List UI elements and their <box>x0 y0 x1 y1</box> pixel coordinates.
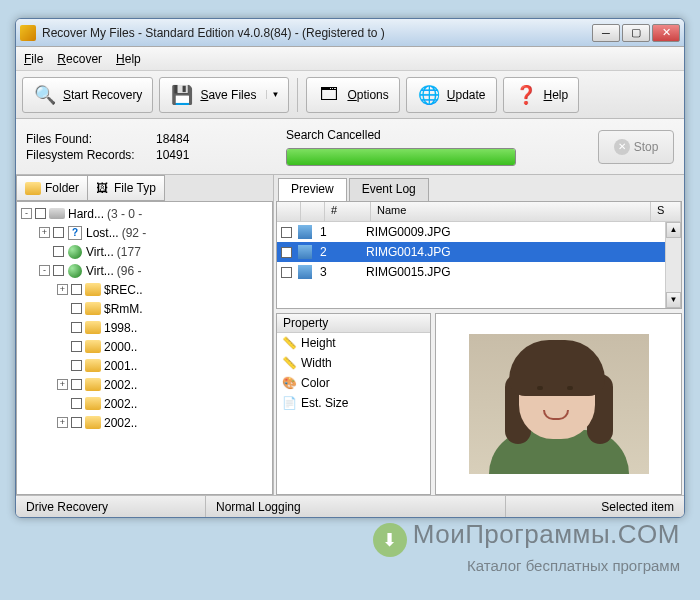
col-name[interactable]: Name <box>371 202 651 221</box>
menubar: File Recover Help <box>16 47 684 71</box>
tree-checkbox[interactable] <box>53 246 64 257</box>
col-s[interactable]: S <box>651 202 681 221</box>
tree-checkbox[interactable] <box>71 379 82 390</box>
expand-icon[interactable] <box>57 322 68 333</box>
tree-label: $REC.. <box>104 283 143 297</box>
save-files-button[interactable]: 💾 Save Files ▼ <box>159 77 289 113</box>
file-name: RIMG0014.JPG <box>360 245 651 259</box>
property-header[interactable]: Property <box>277 314 430 333</box>
property-row[interactable]: 📏Height <box>277 333 430 353</box>
tree-row[interactable]: + ? Lost... (92 - <box>17 223 272 242</box>
tree-row[interactable]: 1998.. <box>17 318 272 337</box>
expand-icon[interactable] <box>57 360 68 371</box>
tab-folder[interactable]: Folder <box>16 175 88 201</box>
expand-icon[interactable]: + <box>57 284 68 295</box>
expand-icon[interactable]: + <box>39 227 50 238</box>
left-pane: Folder 🖼 File Typ - Hard... (3 - 0 -+ ? … <box>16 175 274 495</box>
menu-file[interactable]: File <box>24 52 43 66</box>
file-row[interactable]: 1 RIMG0009.JPG <box>277 222 681 242</box>
expand-icon[interactable]: - <box>39 265 50 276</box>
folder-icon <box>85 339 101 355</box>
tree-label: $RmM. <box>104 302 143 316</box>
folder-icon <box>85 282 101 298</box>
tree-checkbox[interactable] <box>71 341 82 352</box>
tree-checkbox[interactable] <box>71 284 82 295</box>
expand-icon[interactable] <box>57 398 68 409</box>
tree-row[interactable]: Virt... (177 <box>17 242 272 261</box>
tree-checkbox[interactable] <box>71 360 82 371</box>
tree-label: 2001.. <box>104 359 137 373</box>
fs-records-value: 10491 <box>156 148 189 162</box>
folder-icon <box>85 396 101 412</box>
property-icon: 📏 <box>281 335 297 351</box>
property-row[interactable]: 📄Est. Size <box>277 393 430 413</box>
tree-checkbox[interactable] <box>71 303 82 314</box>
tree-label: 2002.. <box>104 416 137 430</box>
property-row[interactable]: 🎨Color <box>277 373 430 393</box>
menu-recover[interactable]: Recover <box>57 52 102 66</box>
tab-preview[interactable]: Preview <box>278 178 347 201</box>
expand-icon[interactable] <box>39 246 50 257</box>
tree-row[interactable]: + 2002.. <box>17 413 272 432</box>
titlebar[interactable]: Recover My Files - Standard Edition v4.0… <box>16 19 684 47</box>
content: Folder 🖼 File Typ - Hard... (3 - 0 -+ ? … <box>16 175 684 495</box>
progress-bar <box>286 148 516 166</box>
tree-checkbox[interactable] <box>35 208 46 219</box>
tree-row[interactable]: + $REC.. <box>17 280 272 299</box>
scrollbar-vertical[interactable]: ▲ ▼ <box>665 222 681 308</box>
property-row[interactable]: 📏Width <box>277 353 430 373</box>
file-list-header[interactable]: # Name S <box>277 202 681 222</box>
file-icon <box>298 245 312 259</box>
file-row[interactable]: 3 RIMG0015.JPG <box>277 262 681 282</box>
minimize-button[interactable]: ─ <box>592 24 620 42</box>
help-button[interactable]: ❓ Help <box>503 77 580 113</box>
tree-checkbox[interactable] <box>53 265 64 276</box>
close-button[interactable]: ✕ <box>652 24 680 42</box>
scroll-up-icon[interactable]: ▲ <box>666 222 681 238</box>
tree-row[interactable]: - Hard... (3 - 0 - <box>17 204 272 223</box>
right-pane: Preview Event Log # Name S 1 RIMG0009.JP… <box>274 175 684 495</box>
tree-checkbox[interactable] <box>71 417 82 428</box>
filetype-icon: 🖼 <box>96 181 110 195</box>
update-button[interactable]: 🌐 Update <box>406 77 497 113</box>
tree-label: 2002.. <box>104 378 137 392</box>
maximize-button[interactable]: ▢ <box>622 24 650 42</box>
folder-tree[interactable]: - Hard... (3 - 0 -+ ? Lost... (92 - Virt… <box>16 201 273 495</box>
scroll-down-icon[interactable]: ▼ <box>666 292 681 308</box>
tree-row[interactable]: 2000.. <box>17 337 272 356</box>
file-row[interactable]: 2 RIMG0014.JPG <box>277 242 681 262</box>
tree-row[interactable]: 2001.. <box>17 356 272 375</box>
search-icon: 🔍 <box>33 83 57 107</box>
tree-row[interactable]: + 2002.. <box>17 375 272 394</box>
tab-eventlog[interactable]: Event Log <box>349 178 429 201</box>
tree-label: 1998.. <box>104 321 137 335</box>
file-checkbox[interactable] <box>281 267 292 278</box>
tree-checkbox[interactable] <box>71 398 82 409</box>
tree-checkbox[interactable] <box>53 227 64 238</box>
file-list[interactable]: # Name S 1 RIMG0009.JPG 2 RIMG0014.JPG 3… <box>276 201 682 309</box>
options-button[interactable]: 🗔 Options <box>306 77 399 113</box>
image-preview <box>435 313 682 495</box>
tree-row[interactable]: 2002.. <box>17 394 272 413</box>
download-icon: ⬇ <box>373 523 407 557</box>
tree-row[interactable]: - Virt... (96 - <box>17 261 272 280</box>
globe-icon <box>67 263 83 279</box>
expand-icon[interactable] <box>57 303 68 314</box>
expand-icon[interactable]: + <box>57 417 68 428</box>
start-recovery-button[interactable]: 🔍 Start Recovery <box>22 77 153 113</box>
save-dropdown-icon[interactable]: ▼ <box>266 90 278 99</box>
expand-icon[interactable] <box>57 341 68 352</box>
file-name: RIMG0015.JPG <box>360 265 651 279</box>
stop-button[interactable]: ✕ Stop <box>598 130 674 164</box>
file-checkbox[interactable] <box>281 227 292 238</box>
tab-filetype[interactable]: 🖼 File Typ <box>87 175 165 201</box>
tree-row[interactable]: $RmM. <box>17 299 272 318</box>
expand-icon[interactable]: - <box>21 208 32 219</box>
menu-help[interactable]: Help <box>116 52 141 66</box>
property-label: Est. Size <box>301 396 348 410</box>
expand-icon[interactable]: + <box>57 379 68 390</box>
file-checkbox[interactable] <box>281 247 292 258</box>
tree-checkbox[interactable] <box>71 322 82 333</box>
col-number[interactable]: # <box>325 202 371 221</box>
folder-icon <box>25 182 41 195</box>
